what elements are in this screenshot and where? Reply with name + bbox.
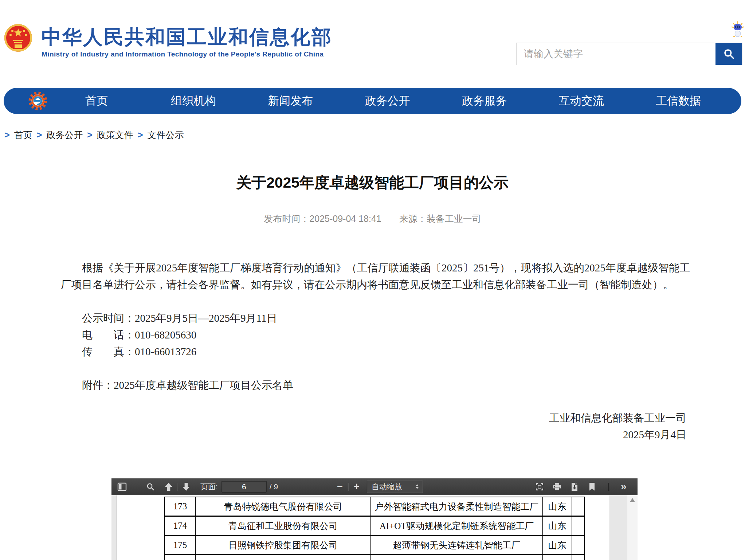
nav-item[interactable]: 首页 (48, 93, 145, 109)
presentation-mode-icon[interactable] (535, 482, 544, 491)
search-input[interactable] (517, 43, 715, 65)
zoom-out-button[interactable]: − (336, 481, 344, 492)
nav-items: 首页 组织机构 新闻发布 政务公开 政务服务 互动交流 工信数据 (48, 93, 727, 109)
article-info-line: 传 真：010-66013726 (82, 343, 690, 360)
header-utilities (730, 21, 741, 38)
cell-province: 山东 (543, 497, 572, 516)
pdf-table: 173 青岛特锐德电气股份有限公司 户外智能箱式电力设备柔性制造智能工厂 山东 … (164, 497, 585, 560)
table-row: 175 日照钢铁控股集团有限公司 超薄带钢无头连铸连轧智能工厂 山东 (165, 536, 585, 555)
cell-empty (572, 536, 585, 554)
site-title: 中华人民共和国工业和信息化部 Ministry of Industry and … (42, 26, 332, 58)
attachment-line: 附件：2025年度卓越级智能工厂项目公示名单 (61, 377, 690, 393)
zoom-in-button[interactable]: + (352, 481, 361, 492)
cell-province: 山东 (543, 555, 572, 560)
pdf-viewer: 页面: / 9 − + 自动缩放 (111, 478, 638, 560)
table-row: 176 万华化学集团股份有限公司 数字化驱动绿色化工智能工厂 山东 (165, 555, 585, 560)
cell-project: AI+OT驱动规模化定制链系统智能工厂 (371, 517, 543, 535)
nav-item[interactable]: 组织机构 (145, 93, 242, 109)
breadcrumb-item: > 文件公示 (133, 129, 184, 141)
article-info-line: 公示时间：2025年9月5日—2025年9月11日 (82, 310, 690, 326)
page-down-icon[interactable] (181, 482, 191, 491)
cell-number: 173 (165, 497, 196, 516)
toolbar-separator (348, 483, 349, 491)
signature-block: 工业和信息化部装备工业一司 2025年9月4日 (61, 410, 690, 443)
more-tools-button[interactable]: » (621, 481, 627, 493)
cell-project: 数字化驱动绿色化工智能工厂 (371, 555, 543, 560)
scroll-up-icon[interactable] (630, 498, 635, 502)
article-source: 来源：装备工业一司 (399, 214, 481, 224)
cell-project: 户外智能箱式电力设备柔性制造智能工厂 (371, 497, 543, 516)
page-number-input[interactable] (221, 481, 267, 493)
site-title-cn: 中华人民共和国工业和信息化部 (42, 26, 332, 47)
breadcrumb-item: > 政务公开 (32, 129, 83, 141)
cell-empty (572, 517, 585, 535)
cell-province: 山东 (543, 517, 572, 535)
signature-date: 2025年9月4日 (61, 426, 686, 443)
pdf-toolbar-right: » (535, 478, 627, 495)
table-row: 173 青岛特锐德电气股份有限公司 户外智能箱式电力设备柔性制造智能工厂 山东 (165, 497, 585, 517)
national-emblem-logo (4, 23, 33, 56)
pdf-content-area: 173 青岛特锐德电气股份有限公司 户外智能箱式电力设备柔性制造智能工厂 山东 … (111, 495, 638, 560)
page-label: 页面: (200, 482, 218, 492)
cell-number: 175 (165, 536, 196, 554)
article-paragraph: 根据《关于开展2025年度智能工厂梯度培育行动的通知》（工信厅联通装函〔2025… (61, 259, 690, 293)
breadcrumb-link[interactable]: 首页 (14, 129, 32, 141)
pdf-scrollbar[interactable] (627, 495, 638, 560)
pdf-toolbar: 页面: / 9 − + 自动缩放 (111, 478, 638, 495)
select-arrows-icon (415, 483, 420, 490)
cell-project: 超薄带钢无头连铸连轧智能工厂 (371, 536, 543, 554)
sidebar-toggle-icon[interactable] (117, 482, 127, 491)
find-icon[interactable] (146, 482, 155, 491)
publish-time: 发布时间：2025-09-04 18:41 (264, 214, 381, 224)
search-icon (723, 48, 735, 60)
cell-company: 青岛征和工业股份有限公司 (196, 517, 371, 535)
breadcrumb-link[interactable]: 政策文件 (97, 129, 133, 141)
cell-company: 青岛特锐德电气股份有限公司 (196, 497, 371, 516)
breadcrumb-link[interactable]: 政务公开 (46, 129, 83, 141)
search-button[interactable] (715, 43, 742, 65)
nav-item[interactable]: 政务服务 (436, 93, 533, 109)
pdf-page: 173 青岛特锐德电气股份有限公司 户外智能箱式电力设备柔性制造智能工厂 山东 … (117, 495, 609, 560)
miit-gear-logo-icon (28, 91, 48, 111)
print-icon[interactable] (552, 482, 562, 491)
main-nav: 首页 组织机构 新闻发布 政务公开 政务服务 互动交流 工信数据 (4, 88, 741, 114)
cell-company: 万华化学集团股份有限公司 (196, 555, 371, 560)
breadcrumb-item: > 首页 (0, 129, 32, 141)
nav-item[interactable]: 工信数据 (630, 93, 727, 109)
breadcrumb-link[interactable]: 文件公示 (147, 129, 184, 141)
pdf-toolbar-zoom: − + 自动缩放 (336, 478, 423, 495)
breadcrumb-separator: > (138, 130, 143, 140)
cell-empty (572, 497, 585, 516)
toolbar-separator (177, 483, 178, 491)
article-meta: 发布时间：2025-09-04 18:41 来源：装备工业一司 (0, 213, 745, 225)
nav-item[interactable]: 政务公开 (339, 93, 436, 109)
cell-province: 山东 (543, 536, 572, 554)
breadcrumb-item: > 政策文件 (83, 129, 133, 141)
page-title: 关于2025年度卓越级智能工厂项目的公示 (0, 173, 745, 193)
cell-empty (572, 555, 585, 560)
nav-item[interactable]: 新闻发布 (242, 93, 339, 109)
page-up-icon[interactable] (164, 482, 173, 491)
cell-number: 176 (165, 555, 196, 560)
download-icon[interactable] (570, 482, 579, 491)
table-row: 174 青岛征和工业股份有限公司 AI+OT驱动规模化定制链系统智能工厂 山东 (165, 517, 585, 536)
assistant-robot-icon (730, 21, 745, 38)
breadcrumb-separator: > (37, 130, 42, 140)
bookmark-icon[interactable] (587, 482, 597, 491)
title-divider (57, 203, 689, 203)
nav-item[interactable]: 互动交流 (533, 93, 630, 109)
zoom-scale-select[interactable]: 自动缩放 (367, 481, 423, 493)
cell-number: 174 (165, 517, 196, 535)
article-info-lines: 公示时间：2025年9月5日—2025年9月11日 电 话：010-682056… (61, 310, 690, 360)
site-title-en: Ministry of Industry and Information Tec… (42, 50, 332, 58)
search-box (516, 43, 742, 65)
toolbar-separator (608, 483, 609, 491)
article-info-line: 电 话：010-68205630 (82, 326, 690, 343)
breadcrumb-separator: > (87, 130, 93, 140)
breadcrumb-separator: > (4, 130, 10, 140)
signature-org: 工业和信息化部装备工业一司 (61, 410, 686, 426)
pdf-toolbar-left: 页面: / 9 (117, 478, 278, 495)
breadcrumb: > 首页 > 政务公开 > 政策文件 > 文件公示 (0, 129, 184, 141)
article-body: 根据《关于开展2025年度智能工厂梯度培育行动的通知》（工信厅联通装函〔2025… (61, 259, 690, 443)
page-root: 中华人民共和国工业和信息化部 Ministry of Industry and … (0, 0, 745, 560)
